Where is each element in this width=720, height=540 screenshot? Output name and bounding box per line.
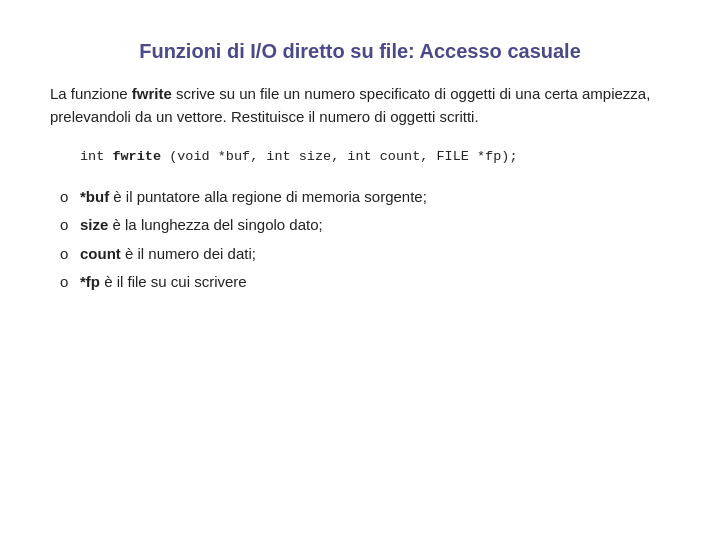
bullet-marker-1: o: [60, 186, 72, 209]
bullet-text-2: size è la lunghezza del singolo dato;: [80, 214, 323, 237]
intro-bold1: fwrite: [132, 85, 172, 102]
bullet-bold-3: count: [80, 245, 121, 262]
bullet-text-4: *fp è il file su cui scrivere: [80, 271, 247, 294]
list-item: o *fp è il file su cui scrivere: [60, 271, 670, 294]
list-item: o count è il numero dei dati;: [60, 243, 670, 266]
bullet-bold-1: *buf: [80, 188, 109, 205]
slide-title: Funzioni di I/O diretto su file: Accesso…: [139, 40, 581, 62]
list-item: o *buf è il puntatore alla regione di me…: [60, 186, 670, 209]
bullet-bold-2: size: [80, 216, 108, 233]
title-bar: Funzioni di I/O diretto su file: Accesso…: [50, 30, 670, 83]
bullet-text-3: count è il numero dei dati;: [80, 243, 256, 266]
bullet-marker-4: o: [60, 271, 72, 294]
intro-part1: La funzione: [50, 85, 132, 102]
list-item: o size è la lunghezza del singolo dato;: [60, 214, 670, 237]
intro-paragraph: La funzione fwrite scrive su un file un …: [50, 83, 670, 128]
bullet-bold-4: *fp: [80, 273, 100, 290]
bullet-list: o *buf è il puntatore alla regione di me…: [60, 186, 670, 294]
bullet-marker-3: o: [60, 243, 72, 266]
bullet-text-1: *buf è il puntatore alla regione di memo…: [80, 186, 427, 209]
code-block: int fwrite (void *buf, int size, int cou…: [80, 146, 670, 168]
slide-container: Funzioni di I/O diretto su file: Accesso…: [0, 0, 720, 540]
bullet-marker-2: o: [60, 214, 72, 237]
